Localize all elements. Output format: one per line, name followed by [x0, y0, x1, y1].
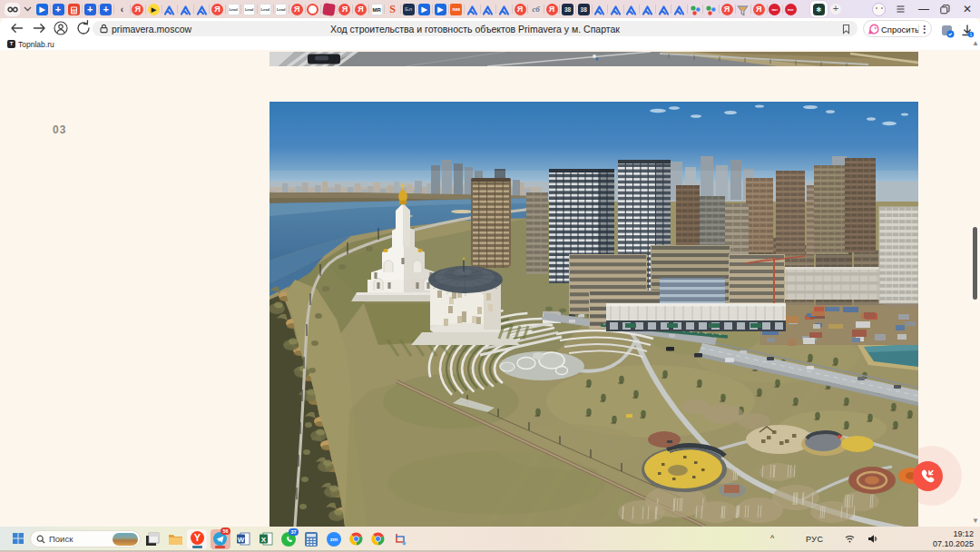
svg-text:X: X	[261, 536, 267, 544]
svg-text:1: 1	[970, 33, 973, 37]
svg-text:W: W	[238, 536, 245, 544]
